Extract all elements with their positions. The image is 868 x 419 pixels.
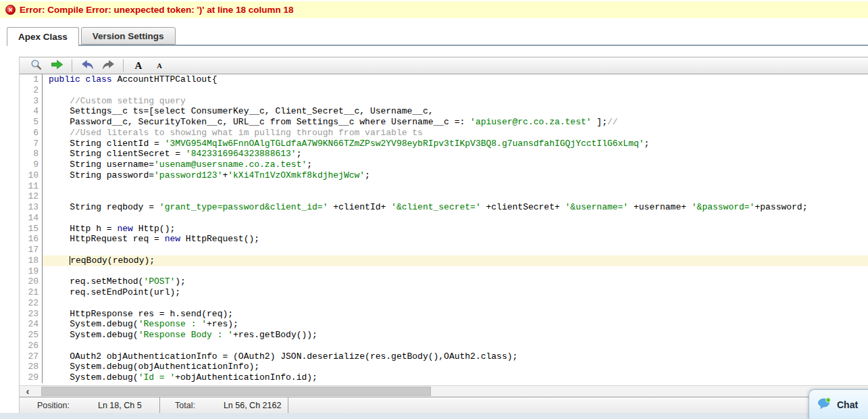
line-number: 12 (20, 191, 43, 202)
code-line-text: OAuth2 objAuthenticationInfo = (OAuth2) … (43, 351, 868, 362)
code-line-22[interactable]: 22 (20, 298, 868, 309)
redo-button[interactable] (99, 58, 118, 73)
chat-button[interactable]: Chat (809, 389, 868, 419)
line-number: 13 (20, 202, 43, 213)
code-line-13[interactable]: 13 String reqbody = 'grant_type=password… (20, 202, 868, 213)
code-line-text: Settings__c ts=[select ConsumerKey__c, C… (43, 106, 868, 117)
code-line-1[interactable]: 1public class AccountHTTPCallout{ (20, 74, 868, 85)
position-value: Ln 18, Ch 5 (98, 401, 142, 410)
line-number: 17 (20, 245, 43, 255)
status-bar: Position: Ln 18, Ch 5 Total: Ln 56, Ch 2… (20, 397, 868, 413)
error-icon: ✕ (5, 5, 16, 15)
code-area[interactable]: 1public class AccountHTTPCallout{23 //Cu… (20, 74, 868, 385)
code-line-19[interactable]: 19 (20, 266, 868, 277)
code-line-text: //Custom setting query (43, 96, 868, 107)
code-line-28[interactable]: 28 System.debug(objAuthenticationInfo); (20, 362, 868, 372)
total-label: Total: (175, 401, 195, 410)
code-line-text: HttpResponse res = h.send(req); (43, 309, 868, 320)
code-line-15[interactable]: 15 Http h = new Http(); (20, 224, 868, 235)
code-line-5[interactable]: 5 Password__c, SecurityToken__c, URL__c … (20, 117, 868, 128)
code-line-27[interactable]: 27 OAuth2 objAuthenticationInfo = (OAuth… (20, 351, 868, 362)
code-line-text (43, 298, 868, 309)
font-decrease-button[interactable]: A (150, 58, 169, 73)
goto-line-button[interactable] (47, 58, 66, 73)
horizontal-scrollbar[interactable]: ‹ › (20, 385, 868, 397)
line-number: 15 (20, 224, 43, 235)
line-number: 18 (20, 255, 43, 266)
line-number: 23 (20, 309, 43, 320)
code-line-6[interactable]: 6 //Used literals to showing what im pul… (20, 128, 868, 139)
code-line-text: String clientSecret = '84233169643238886… (43, 149, 868, 159)
toolbar-separator (72, 59, 72, 72)
toolbar-separator (123, 59, 124, 72)
code-line-text (43, 181, 868, 192)
code-line-text: System.debug(objAuthenticationInfo); (43, 362, 868, 372)
undo-button[interactable] (78, 58, 97, 73)
status-filler (288, 397, 868, 413)
search-button[interactable] (26, 58, 45, 73)
position-label: Position: (37, 401, 70, 410)
code-line-16[interactable]: 16 HttpRequest req = new HttpRequest(); (20, 234, 868, 245)
line-number: 22 (20, 298, 43, 309)
code-line-18[interactable]: 18 reqBody(rebody); (20, 255, 868, 266)
code-line-29[interactable]: 29 System.debug('Id = '+objAuthenticatio… (20, 372, 868, 383)
font-decrease-icon: A (157, 62, 162, 70)
code-line-14[interactable]: 14 (20, 213, 868, 224)
line-number: 4 (20, 106, 43, 117)
code-line-4[interactable]: 4 Settings__c ts=[select ConsumerKey__c,… (20, 106, 868, 117)
code-line-text: //Used literals to showing what im pulli… (43, 128, 868, 139)
line-number: 8 (20, 149, 43, 159)
line-number: 5 (20, 117, 43, 128)
line-number: 24 (20, 319, 43, 330)
code-line-text (43, 85, 868, 96)
code-line-24[interactable]: 24 System.debug('Response : '+res); (20, 319, 868, 330)
chat-label: Chat (837, 399, 858, 410)
code-line-text: System.debug('Response Body : '+res.getB… (43, 330, 868, 341)
error-banner: ✕ Error: Compile Error: unexpected token… (0, 1, 868, 18)
line-number: 19 (20, 266, 43, 277)
code-line-7[interactable]: 7 String clientId = '3MVG954MqIw6FnnOAlg… (20, 139, 868, 149)
line-number: 27 (20, 351, 43, 362)
font-increase-button[interactable]: A (129, 58, 148, 73)
code-line-text: String reqbody = 'grant_type=password&cl… (43, 202, 868, 213)
code-line-20[interactable]: 20 req.setMethod('POST'); (20, 276, 868, 287)
scroll-left-arrow-icon[interactable]: ‹ (22, 386, 34, 397)
code-line-9[interactable]: 9 String username='usenam@usersname.co.z… (20, 159, 868, 170)
code-line-text: System.debug('Response : '+res); (43, 319, 868, 330)
code-line-text: String clientId = '3MVG954MqIw6FnnOAlgTG… (43, 139, 868, 149)
code-line-11[interactable]: 11 (20, 181, 868, 192)
code-line-8[interactable]: 8 String clientSecret = '842331696432388… (20, 149, 868, 159)
code-line-text: Http h = new Http(); (43, 224, 868, 235)
code-line-text: String username='usenam@usersname.co.za.… (43, 159, 868, 170)
line-number: 6 (20, 128, 43, 139)
status-total: Total: Ln 56, Ch 2162 (160, 397, 288, 413)
total-value: Ln 56, Ch 2162 (224, 401, 282, 410)
apex-editor: A A 1public class AccountHTTPCallout{23 … (19, 57, 868, 413)
font-increase-icon: A (135, 60, 143, 72)
code-line-17[interactable]: 17 (20, 245, 868, 255)
chat-bubble-icon (817, 397, 832, 412)
code-line-3[interactable]: 3 //Custom setting query (20, 96, 868, 107)
line-number: 16 (20, 234, 43, 245)
line-number: 11 (20, 181, 43, 192)
editor-toolbar: A A (20, 57, 868, 74)
scrollbar-thumb[interactable] (41, 387, 431, 396)
code-line-26[interactable]: 26 (20, 341, 868, 351)
green-arrow-icon (51, 59, 63, 72)
tab-bar: Apex Class Version Settings (7, 27, 176, 46)
line-number: 2 (20, 85, 43, 96)
line-number: 29 (20, 372, 43, 383)
tab-apex-class[interactable]: Apex Class (7, 27, 79, 46)
code-line-12[interactable]: 12 (20, 191, 868, 202)
search-icon (30, 59, 42, 73)
code-line-23[interactable]: 23 HttpResponse res = h.send(req); (20, 309, 868, 320)
code-line-text: System.debug('Id = '+objAuthenticationIn… (43, 372, 868, 383)
code-line-text: Password__c, SecurityToken__c, URL__c fr… (43, 117, 868, 128)
tab-version-settings[interactable]: Version Settings (81, 27, 176, 45)
code-line-10[interactable]: 10 String password='password123'+'kXi4Tn… (20, 170, 868, 181)
code-line-25[interactable]: 25 System.debug('Response Body : '+res.g… (20, 330, 868, 341)
code-line-2[interactable]: 2 (20, 85, 868, 96)
code-line-21[interactable]: 21 req.setEndPoint(url); (20, 287, 868, 298)
line-number: 3 (20, 96, 43, 107)
code-line-text (43, 341, 868, 351)
